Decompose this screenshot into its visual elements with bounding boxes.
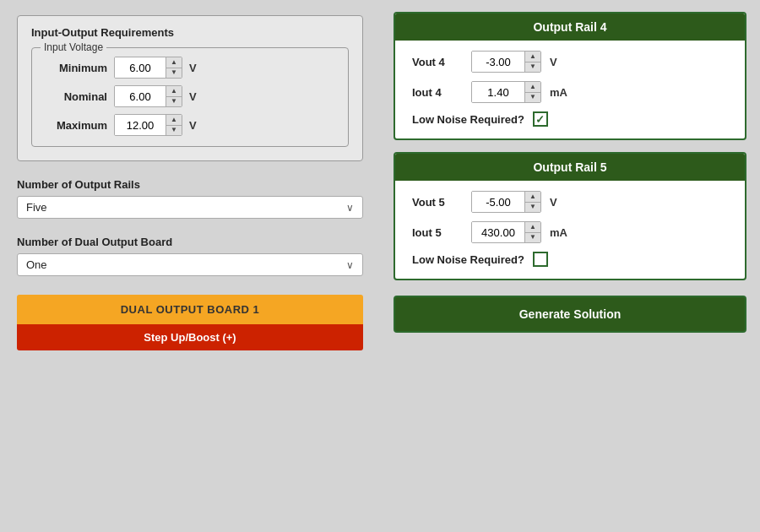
rail5-iout-spinner-buttons: ▲ ▼	[524, 222, 540, 242]
rail4-body: Vout 4 ▲ ▼ V Iout 4 ▲	[395, 41, 745, 138]
rail5-iout-row: Iout 5 ▲ ▼ mA	[412, 221, 728, 243]
maximum-spinner[interactable]: ▲ ▼	[114, 114, 182, 136]
rail5-low-noise-label: Low Noise Required?	[412, 253, 524, 266]
rail4-iout-spinner-buttons: ▲ ▼	[524, 82, 540, 102]
minimum-row: Minimum ▲ ▼ V	[44, 57, 336, 79]
rail4-vout-up-btn[interactable]: ▲	[525, 52, 540, 62]
minimum-label: Minimum	[44, 62, 107, 74]
rail5-header: Output Rail 5	[395, 154, 745, 181]
nominal-row: Nominal ▲ ▼ V	[44, 85, 336, 107]
rail5-iout-down-btn[interactable]: ▼	[525, 233, 540, 243]
rail4-iout-up-btn[interactable]: ▲	[525, 82, 540, 93]
rail4-low-noise-checkbox[interactable]	[533, 111, 548, 127]
rail4-vout-input[interactable]	[472, 52, 524, 72]
nominal-unit: V	[189, 90, 197, 103]
dual-output-label: Number of Dual Output Board	[17, 236, 363, 248]
rail5-vout-spinner-buttons: ▲ ▼	[524, 192, 540, 212]
output-rails-select[interactable]: Five ∨	[17, 196, 363, 219]
maximum-label: Maximum	[44, 119, 107, 132]
io-requirements-section: Input-Output Requirements Input Voltage …	[17, 15, 363, 161]
dual-output-chevron-icon: ∨	[346, 259, 354, 271]
maximum-up-btn[interactable]: ▲	[166, 115, 182, 126]
minimum-spinner-buttons: ▲ ▼	[166, 57, 182, 78]
nominal-label: Nominal	[44, 90, 107, 103]
rail4-low-noise-label: Low Noise Required?	[412, 113, 524, 126]
bottom-buttons: DUAL OUTPUT BOARD 1 Step Up/Boost (+)	[17, 295, 363, 350]
dual-output-select[interactable]: One ∨	[17, 253, 363, 276]
rail4-vout-down-btn[interactable]: ▼	[525, 62, 540, 73]
rail4-card: Output Rail 4 Vout 4 ▲ ▼ V Iout 4	[394, 12, 746, 140]
maximum-row: Maximum ▲ ▼ V	[44, 114, 336, 136]
step-up-button[interactable]: Step Up/Boost (+)	[17, 324, 363, 350]
rail4-iout-unit: mA	[550, 86, 567, 99]
maximum-down-btn[interactable]: ▼	[166, 126, 182, 136]
minimum-up-btn[interactable]: ▲	[166, 57, 182, 68]
rail4-vout-unit: V	[550, 56, 557, 68]
rail5-vout-label: Vout 5	[412, 196, 463, 209]
rail4-iout-label: Iout 4	[412, 86, 463, 99]
rail4-iout-down-btn[interactable]: ▼	[525, 93, 540, 103]
rail5-iout-spinner[interactable]: ▲ ▼	[471, 221, 541, 243]
rail4-vout-spinner-buttons: ▲ ▼	[524, 52, 540, 72]
rail5-iout-unit: mA	[550, 226, 567, 239]
io-requirements-title: Input-Output Requirements	[31, 26, 349, 39]
rail5-vout-up-btn[interactable]: ▲	[525, 192, 540, 203]
nominal-spinner[interactable]: ▲ ▼	[114, 85, 182, 107]
minimum-spinner[interactable]: ▲ ▼	[114, 57, 182, 79]
rail5-vout-unit: V	[550, 196, 557, 209]
rail5-card: Output Rail 5 Vout 5 ▲ ▼ V Iout 5	[394, 152, 746, 280]
right-panel: Output Rail 4 Vout 4 ▲ ▼ V Iout 4	[380, 0, 760, 532]
rail5-iout-up-btn[interactable]: ▲	[525, 222, 540, 233]
rail5-iout-label: Iout 5	[412, 226, 463, 239]
rail5-vout-input[interactable]	[472, 192, 524, 212]
generate-solution-button[interactable]: Generate Solution	[394, 296, 746, 333]
input-voltage-box: Input Voltage Minimum ▲ ▼ V Nomina	[31, 47, 349, 147]
dual-output-container: Number of Dual Output Board One ∨	[17, 236, 363, 276]
nominal-up-btn[interactable]: ▲	[166, 86, 182, 97]
rail4-vout-row: Vout 4 ▲ ▼ V	[412, 51, 728, 73]
minimum-input[interactable]	[115, 57, 166, 78]
output-rails-value: Five	[26, 201, 47, 214]
dual-output-value: One	[26, 258, 47, 271]
minimum-unit: V	[189, 62, 197, 74]
left-panel: Input-Output Requirements Input Voltage …	[0, 0, 380, 532]
main-container: Input-Output Requirements Input Voltage …	[0, 0, 760, 532]
nominal-input[interactable]	[115, 86, 166, 106]
rail5-body: Vout 5 ▲ ▼ V Iout 5 ▲	[395, 181, 745, 279]
output-rails-chevron-icon: ∨	[346, 202, 354, 214]
minimum-down-btn[interactable]: ▼	[166, 68, 182, 79]
rail5-iout-input[interactable]	[472, 222, 524, 242]
input-voltage-label: Input Voltage	[41, 41, 106, 53]
rail4-iout-spinner[interactable]: ▲ ▼	[471, 81, 541, 103]
nominal-spinner-buttons: ▲ ▼	[166, 86, 182, 106]
rail5-low-noise-row: Low Noise Required?	[412, 252, 728, 267]
dual-board-button[interactable]: DUAL OUTPUT BOARD 1	[17, 295, 363, 324]
rail4-header: Output Rail 4	[395, 14, 745, 41]
rail4-iout-row: Iout 4 ▲ ▼ mA	[412, 81, 728, 103]
rail4-iout-input[interactable]	[472, 82, 524, 102]
nominal-down-btn[interactable]: ▼	[166, 97, 182, 107]
rail5-vout-down-btn[interactable]: ▼	[525, 203, 540, 213]
maximum-input[interactable]	[115, 115, 166, 135]
output-rails-container: Number of Output Rails Five ∨	[17, 178, 363, 219]
rail5-vout-spinner[interactable]: ▲ ▼	[471, 191, 541, 213]
rail4-low-noise-row: Low Noise Required?	[412, 111, 728, 127]
rail4-vout-spinner[interactable]: ▲ ▼	[471, 51, 541, 73]
maximum-spinner-buttons: ▲ ▼	[166, 115, 182, 135]
rail4-vout-label: Vout 4	[412, 56, 463, 68]
rail5-vout-row: Vout 5 ▲ ▼ V	[412, 191, 728, 213]
rail5-low-noise-checkbox[interactable]	[533, 252, 548, 267]
output-rails-label: Number of Output Rails	[17, 178, 363, 191]
maximum-unit: V	[189, 119, 197, 132]
